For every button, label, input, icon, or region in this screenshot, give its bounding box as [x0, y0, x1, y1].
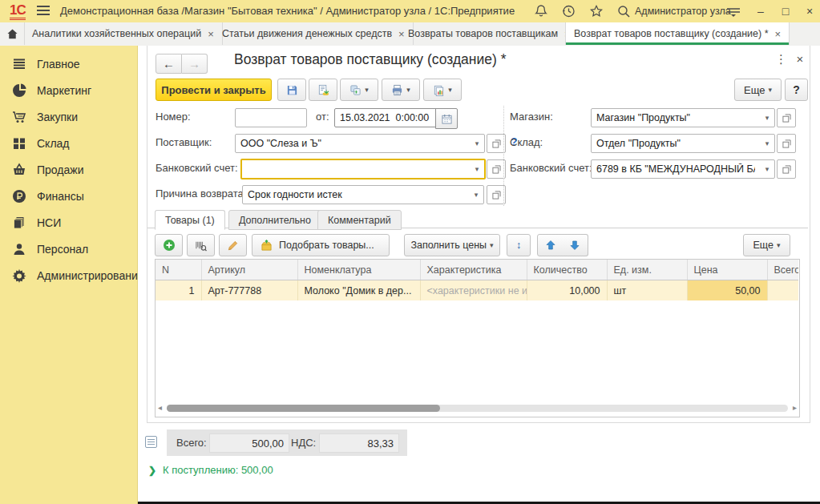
- col-header-article[interactable]: Артикул: [201, 260, 297, 280]
- store-open-button[interactable]: [777, 108, 796, 127]
- warehouse-input[interactable]: [592, 135, 760, 152]
- bank-account-right-open-button[interactable]: [777, 159, 796, 179]
- warehouse-open-button[interactable]: [777, 134, 796, 153]
- save-button[interactable]: [277, 79, 306, 101]
- cell-characteristic[interactable]: <характеристики не и...: [420, 280, 527, 301]
- post-document-button[interactable]: [309, 79, 337, 101]
- dropdown-caret-icon[interactable]: ▾: [760, 160, 774, 178]
- back-button[interactable]: ←: [156, 54, 182, 74]
- dropdown-caret-icon[interactable]: ▾: [760, 109, 774, 127]
- sidebar-item-finance[interactable]: Финансы: [0, 183, 137, 209]
- create-based-on-button[interactable]: ▾: [340, 79, 378, 101]
- close-document-icon[interactable]: ×: [794, 52, 806, 66]
- cell-total[interactable]: [767, 280, 798, 301]
- tab-returns-list[interactable]: Возвраты товаров поставщикам ×: [400, 22, 580, 45]
- calendar-button[interactable]: [435, 108, 458, 129]
- sidebar-item-personnel[interactable]: Персонал: [0, 236, 137, 262]
- cell-n[interactable]: 1: [156, 280, 201, 301]
- ruble-circle-icon: [11, 188, 27, 204]
- scroll-left-icon[interactable]: ◂: [158, 403, 162, 412]
- sidebar-item-marketing[interactable]: Маркетинг: [0, 77, 137, 103]
- col-header-quantity[interactable]: Количество: [527, 260, 607, 280]
- totals-list-icon[interactable]: [145, 436, 157, 448]
- cell-article[interactable]: Арт-777788: [201, 280, 297, 301]
- cell-unit[interactable]: шт: [607, 280, 687, 301]
- date-input[interactable]: [335, 109, 436, 127]
- maximize-button[interactable]: □: [777, 2, 794, 20]
- tab-cashflow-items[interactable]: Статьи движения денежных средств ×: [214, 22, 414, 45]
- vat-label: НДС:: [291, 437, 316, 449]
- current-user[interactable]: Администратор узла: [635, 6, 731, 17]
- col-header-n[interactable]: N: [156, 260, 201, 280]
- help-button[interactable]: ?: [785, 79, 808, 101]
- col-header-price[interactable]: Цена: [687, 260, 767, 280]
- dropdown-caret-icon[interactable]: ▾: [470, 135, 484, 152]
- more-button-table[interactable]: Еще ▾: [743, 234, 790, 256]
- pick-goods-button[interactable]: Подобрать товары...: [252, 234, 390, 256]
- dropdown-caret-icon[interactable]: ▾: [760, 135, 774, 152]
- tab-close-icon[interactable]: ×: [775, 28, 782, 40]
- sidebar-item-purchases[interactable]: Закупки: [0, 103, 137, 130]
- col-header-characteristic[interactable]: Характеристика: [420, 260, 527, 280]
- tab-goods[interactable]: Товары (1): [155, 210, 225, 230]
- post-and-close-button[interactable]: Провести и закрыть: [156, 79, 272, 101]
- sidebar-item-warehouse[interactable]: Склад: [0, 130, 137, 156]
- supplier-input[interactable]: [236, 135, 470, 152]
- history-icon[interactable]: [561, 4, 576, 18]
- dropdown-caret-icon[interactable]: ▾: [470, 160, 484, 178]
- fill-prices-button[interactable]: Заполнить цены ▾: [404, 234, 500, 256]
- reports-button[interactable]: ▾: [423, 79, 462, 101]
- tab-analytics[interactable]: Аналитики хозяйственных операций ×: [24, 22, 223, 45]
- cell-nomenclature[interactable]: Молоко "Домик в дер...: [297, 280, 420, 301]
- sidebar-item-administration[interactable]: Администрирование: [0, 262, 137, 288]
- caret-down-icon: ▾: [490, 241, 494, 249]
- notifications-bell-icon[interactable]: [534, 4, 548, 18]
- scroll-right-icon[interactable]: ▸: [793, 403, 797, 412]
- bank-account-right-input[interactable]: [592, 160, 760, 178]
- col-header-total[interactable]: Всего: [767, 260, 798, 280]
- sidebar-item-sales[interactable]: Продажи: [0, 156, 137, 183]
- tab-comment[interactable]: Комментарий: [317, 210, 402, 230]
- to-receipt-link[interactable]: ❯ К поступлению: 500,00: [148, 464, 273, 476]
- dropdown-caret-icon[interactable]: ▾: [469, 186, 483, 204]
- bank-account-left-label: Банковский счет:: [156, 162, 238, 174]
- col-header-nomenclature[interactable]: Номенклатура: [297, 260, 420, 280]
- close-window-button[interactable]: ×: [801, 2, 818, 20]
- scrollbar-thumb[interactable]: [167, 405, 440, 412]
- number-label: Номер:: [156, 111, 191, 123]
- more-button-top[interactable]: Еще ▾: [734, 79, 782, 101]
- settings-icon[interactable]: [725, 6, 740, 20]
- move-down-button[interactable]: [562, 234, 588, 256]
- cell-price[interactable]: 50,00: [687, 280, 767, 301]
- forward-button[interactable]: →: [182, 54, 208, 74]
- minimize-button[interactable]: –: [752, 2, 770, 20]
- number-input[interactable]: [236, 109, 306, 127]
- barcode-scan-button[interactable]: [187, 234, 215, 256]
- sidebar-item-main[interactable]: Главное: [0, 50, 137, 77]
- tab-close-icon[interactable]: ×: [208, 28, 214, 40]
- form-splitter[interactable]: [503, 106, 504, 206]
- tab-additional[interactable]: Дополнительно: [228, 210, 321, 230]
- print-button[interactable]: ▾: [382, 79, 420, 101]
- cell-quantity[interactable]: 10,000: [527, 280, 607, 301]
- caret-down-icon: ▾: [768, 86, 772, 94]
- store-input[interactable]: [592, 109, 760, 127]
- scrollbar-track[interactable]: [167, 405, 788, 412]
- move-up-button[interactable]: [537, 234, 564, 256]
- bank-account-left-combo: ▾: [240, 159, 486, 179]
- col-header-unit[interactable]: Ед. изм.: [607, 260, 687, 280]
- add-row-button[interactable]: [155, 234, 183, 256]
- tab-return-document[interactable]: Возврат товаров поставщику (создание) * …: [565, 22, 790, 45]
- favorites-star-icon[interactable]: [589, 4, 604, 18]
- edit-row-button[interactable]: [219, 234, 247, 256]
- horizontal-scrollbar[interactable]: ◂ ▸: [156, 404, 799, 413]
- document-form: ← → Возврат товаров поставщику (создание…: [147, 46, 810, 423]
- home-tab[interactable]: [0, 22, 25, 45]
- search-icon[interactable]: [616, 4, 631, 18]
- sidebar-item-nsi[interactable]: НСИ: [0, 209, 137, 236]
- fit-rows-button[interactable]: ↕: [507, 234, 531, 256]
- return-reason-input[interactable]: [243, 186, 469, 204]
- more-dots-icon[interactable]: ⋮: [775, 52, 786, 67]
- bank-account-left-input[interactable]: [242, 160, 470, 178]
- main-menu-icon[interactable]: [37, 6, 50, 16]
